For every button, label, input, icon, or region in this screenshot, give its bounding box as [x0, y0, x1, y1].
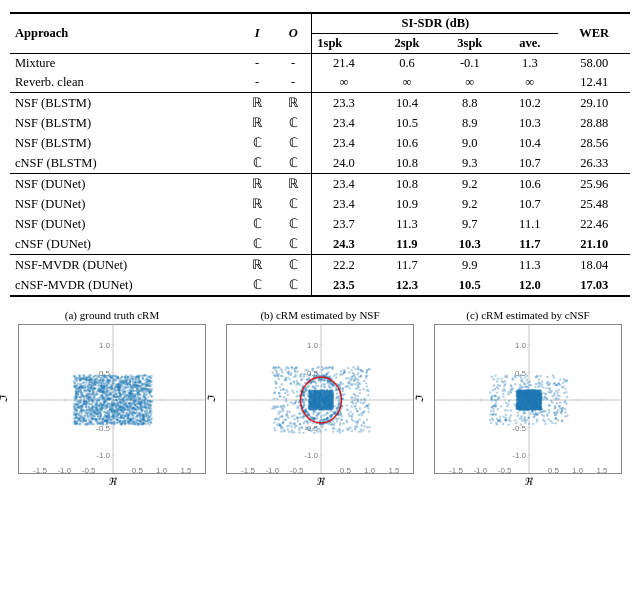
y-axis-label: ℑ: [414, 396, 425, 403]
y-axis-label: ℑ: [0, 396, 9, 403]
y-axis-label: ℑ: [206, 396, 217, 403]
table-row: Reverb. clean--∞∞∞∞12.41: [10, 73, 630, 93]
col-wer: WER: [558, 13, 630, 54]
col-ave: ave.: [501, 34, 558, 54]
table-row: NSF (DUNet)ℝℂ23.410.99.210.725.48: [10, 194, 630, 214]
table-row: cNSF-MVDR (DUNet)ℂℂ23.512.310.512.017.03: [10, 275, 630, 296]
col-O: O: [275, 13, 312, 54]
plot-container-2: (c) cRM estimated by cNSFℑℜ: [426, 309, 630, 487]
table-row: cNSF (BLSTM)ℂℂ24.010.89.310.726.33: [10, 153, 630, 174]
plot-label-0: (a) ground truth cRM: [65, 309, 159, 321]
plots-section: (a) ground truth cRMℑℜ(b) cRM estimated …: [10, 309, 630, 487]
col-3spk: 3spk: [438, 34, 501, 54]
plot-box-2: [434, 324, 622, 474]
table-row: NSF (BLSTM)ℝℝ23.310.48.810.229.10: [10, 93, 630, 114]
plot-box-1: [226, 324, 414, 474]
col-2spk: 2spk: [376, 34, 439, 54]
plot-box-0: [18, 324, 206, 474]
table-row: NSF (DUNet)ℂℂ23.711.39.711.122.46: [10, 214, 630, 234]
col-sisdr-group: SI-SDR (dB): [312, 13, 559, 34]
results-table: Approach I O SI-SDR (dB) WER 1spk 2spk 3…: [10, 12, 630, 297]
plot-container-1: (b) cRM estimated by NSFℑℜ: [218, 309, 422, 487]
col-1spk: 1spk: [312, 34, 376, 54]
page-container: Approach I O SI-SDR (dB) WER 1spk 2spk 3…: [0, 0, 640, 497]
col-approach: Approach: [10, 13, 239, 54]
col-I: I: [239, 13, 275, 54]
table-row: NSF (BLSTM)ℂℂ23.410.69.010.428.56: [10, 133, 630, 153]
table-row: cNSF (DUNet)ℂℂ24.311.910.311.721.10: [10, 234, 630, 255]
plot-label-1: (b) cRM estimated by NSF: [260, 309, 379, 321]
table-row: Mixture--21.40.6-0.11.358.00: [10, 54, 630, 74]
x-axis-label: ℜ: [108, 476, 116, 487]
plot-container-0: (a) ground truth cRMℑℜ: [10, 309, 214, 487]
table-row: NSF (BLSTM)ℝℂ23.410.58.910.328.88: [10, 113, 630, 133]
table-row: NSF (DUNet)ℝℝ23.410.89.210.625.96: [10, 174, 630, 195]
x-axis-label: ℜ: [524, 476, 532, 487]
table-row: NSF-MVDR (DUNet)ℝℂ22.211.79.911.318.04: [10, 255, 630, 276]
plot-label-2: (c) cRM estimated by cNSF: [466, 309, 589, 321]
x-axis-label: ℜ: [316, 476, 324, 487]
